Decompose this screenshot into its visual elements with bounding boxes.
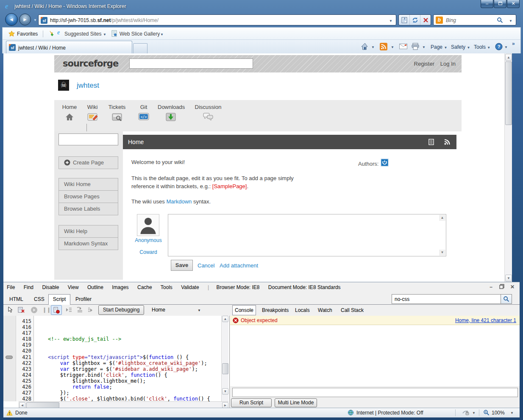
tools-menu[interactable]: Tools ▼ <box>474 44 490 50</box>
refresh-button[interactable] <box>409 15 420 25</box>
address-bar[interactable]: sf http://sf-jwh-7015.sb.sf.net/p/jwhtes… <box>38 14 396 25</box>
active-tab[interactable]: sf jwhtest / Wiki / Home <box>6 41 132 53</box>
sidebar-item-markdown-syntax[interactable]: Markdown Syntax <box>58 237 118 250</box>
continue-icon[interactable] <box>31 306 38 314</box>
warning-icon[interactable] <box>6 410 13 416</box>
cancel-link[interactable]: Cancel <box>198 262 214 269</box>
new-tab-button[interactable] <box>133 43 147 53</box>
scroll-up-button[interactable]: ▲ <box>505 54 512 61</box>
sidebar-search-input[interactable] <box>58 134 118 145</box>
code-scroll-up[interactable]: ▲ <box>222 316 228 322</box>
search-options-dropdown[interactable]: ▼ <box>509 19 512 23</box>
console-input[interactable] <box>232 388 518 397</box>
scroll-thumb[interactable] <box>505 61 512 125</box>
overflow-chevron[interactable]: » <box>512 41 515 47</box>
suggested-sites-button[interactable]: Suggested Sites <box>64 31 101 37</box>
stop-debugging-icon[interactable] <box>51 305 62 315</box>
menu-disable[interactable]: Disable <box>42 284 59 290</box>
menu-file[interactable]: File <box>7 284 15 290</box>
code-hscrollbar[interactable]: ◄ ► <box>19 401 228 408</box>
compatibility-view-button[interactable] <box>399 15 409 25</box>
scroll-down-button[interactable]: ▼ <box>505 275 512 281</box>
page-menu[interactable]: Page ▼ <box>431 44 447 50</box>
devtools-search-box[interactable]: no-css <box>392 294 512 304</box>
home-dropdown[interactable]: ▼ <box>371 45 375 49</box>
sidebar-item-browse-labels[interactable]: Browse Labels <box>58 203 118 215</box>
code-vscrollbar[interactable]: ▲ ▼ <box>221 316 228 401</box>
tab-script[interactable]: Script <box>48 294 70 305</box>
file-selector-dropdown[interactable]: ▼ <box>198 309 201 312</box>
address-dropdown-icon[interactable]: ▼ <box>389 19 392 23</box>
print-icon[interactable] <box>411 43 420 50</box>
anonymous-coward-link[interactable]: Anonymous Coward <box>130 237 167 255</box>
favorites-button[interactable]: Favorites <box>17 31 38 37</box>
devtools-search-button[interactable] <box>501 295 512 303</box>
login-link[interactable]: Log In <box>440 61 456 67</box>
feed-icon[interactable] <box>444 139 451 145</box>
nav-tab-wiki[interactable]: Wiki <box>84 104 101 123</box>
step-into-icon[interactable] <box>65 307 72 313</box>
sourceforge-logo[interactable]: sourceforge <box>63 58 118 69</box>
close-button[interactable]: ✕ <box>507 0 520 8</box>
nav-tab-tickets[interactable]: Tickets <box>106 104 128 123</box>
minimize-button[interactable]: – <box>481 0 493 8</box>
menu-images[interactable]: Images <box>112 284 128 290</box>
tab-css[interactable]: CSS <box>34 296 45 302</box>
script-file-selector[interactable]: Home <box>152 307 165 313</box>
run-script-button[interactable]: Run Script <box>231 398 272 407</box>
page-history-icon[interactable] <box>428 139 434 145</box>
menu-validate[interactable]: Validate <box>181 284 199 290</box>
author-avatar-icon[interactable] <box>381 159 389 167</box>
start-debugging-button[interactable]: Start Debugging <box>98 305 144 315</box>
code-scroll-right[interactable]: ► <box>222 402 228 408</box>
security-zone[interactable]: Internet | Protected Mode: Off <box>356 410 423 416</box>
zoom-icon[interactable] <box>483 409 490 416</box>
stop-button[interactable] <box>420 15 431 25</box>
comment-textarea[interactable]: ▲ ▼ <box>168 214 446 256</box>
clear-breakpoints-icon[interactable] <box>18 306 25 313</box>
code-lines[interactable]: <!-- ew:body_js_tail --> <script type="t… <box>34 318 221 408</box>
register-link[interactable]: Register <box>414 61 434 67</box>
code-scroll-down[interactable]: ▼ <box>222 388 228 395</box>
menu-outline[interactable]: Outline <box>87 284 103 290</box>
locals-tab[interactable]: Locals <box>295 307 310 313</box>
create-page-button[interactable]: Create Page <box>58 156 118 169</box>
breakpoints-tab[interactable]: Breakpoints <box>262 307 289 313</box>
web-slice-dropdown[interactable]: ▼ <box>160 33 164 36</box>
home-icon[interactable] <box>361 43 369 50</box>
forward-button[interactable]: ► <box>19 14 31 25</box>
menu-cache[interactable]: Cache <box>137 284 152 290</box>
menu-view[interactable]: View <box>68 284 79 290</box>
step-over-icon[interactable] <box>76 307 83 313</box>
nav-tab-git[interactable]: Git </> <box>137 104 150 122</box>
tab-html[interactable]: HTML <box>9 296 23 302</box>
watch-tab[interactable]: Watch <box>318 307 332 313</box>
pause-icon[interactable]: ❙❙ <box>42 307 51 313</box>
zone-settings-dropdown[interactable]: ▼ <box>472 411 476 415</box>
read-mail-icon[interactable] <box>399 44 407 49</box>
markdown-link[interactable]: Markdown <box>166 198 192 205</box>
sidebar-item-wiki-home[interactable]: Wiki Home <box>58 178 118 191</box>
zoom-level[interactable]: 100% <box>492 410 505 416</box>
menu-tools[interactable]: Tools <box>161 284 172 290</box>
code-scroll-left[interactable]: ◄ <box>19 402 25 408</box>
safety-menu[interactable]: Safety ▼ <box>451 44 470 50</box>
print-dropdown[interactable]: ▼ <box>422 45 426 49</box>
zoom-dropdown[interactable]: ▼ <box>510 411 514 415</box>
search-box[interactable]: b Bing ▼ <box>433 14 516 25</box>
feeds-icon[interactable] <box>380 43 387 50</box>
code-vscroll-thumb[interactable] <box>222 363 228 374</box>
save-button[interactable]: Save <box>171 260 193 271</box>
search-magnifier-icon[interactable] <box>497 17 503 23</box>
error-location-link[interactable]: Home, line 421 character 1 <box>455 317 516 323</box>
add-favorite-icon[interactable] <box>47 31 54 37</box>
code-hscroll-thumb[interactable] <box>26 402 59 408</box>
step-out-icon[interactable] <box>87 307 95 313</box>
back-button[interactable]: ◄ <box>5 13 18 26</box>
nav-tab-home[interactable]: Home <box>60 104 79 123</box>
history-dropdown[interactable]: ▼ <box>33 18 37 22</box>
project-name-link[interactable]: jwhtest <box>77 81 99 90</box>
page-scrollbar[interactable]: ▲ ▼ <box>504 53 512 282</box>
menu-find[interactable]: Find <box>24 284 33 290</box>
browser-mode[interactable]: Browser Mode: IE8 <box>216 284 259 290</box>
